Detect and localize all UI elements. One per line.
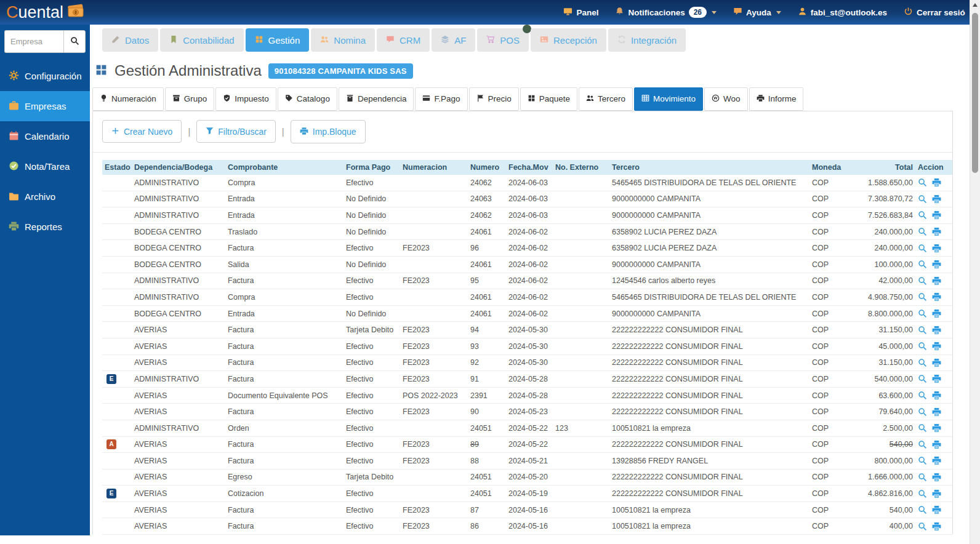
vertical-scrollbar[interactable] bbox=[970, 0, 980, 544]
print-icon[interactable] bbox=[932, 358, 941, 367]
print-icon[interactable] bbox=[932, 423, 941, 433]
print-icon[interactable] bbox=[932, 309, 941, 318]
sidebar-item-configuracion[interactable]: Configuración bbox=[0, 61, 90, 91]
tab-crm[interactable]: CRM bbox=[377, 28, 430, 52]
filter-search-button[interactable]: Filtro/Buscar bbox=[196, 120, 276, 143]
tab-gestion[interactable]: Gestión bbox=[246, 28, 310, 52]
cell-fecha-mov: 2024-05-30 bbox=[506, 322, 553, 338]
view-icon[interactable] bbox=[918, 326, 927, 335]
print-icon[interactable] bbox=[932, 391, 941, 400]
scrollbar-thumb[interactable] bbox=[972, 13, 978, 173]
view-icon[interactable] bbox=[918, 407, 927, 417]
sidebar-item-reportes[interactable]: Reportes bbox=[0, 212, 90, 242]
view-icon[interactable] bbox=[918, 391, 927, 400]
view-icon[interactable] bbox=[918, 292, 927, 302]
print-icon[interactable] bbox=[932, 505, 941, 514]
print-block-button[interactable]: Imp.Bloque bbox=[291, 120, 366, 143]
view-icon[interactable] bbox=[918, 522, 927, 531]
print-icon[interactable] bbox=[932, 473, 941, 482]
subtab-catalogo[interactable]: Catalogo bbox=[278, 87, 337, 111]
sidebar-item-nota-tarea[interactable]: Nota/Tarea bbox=[0, 151, 90, 182]
help-menu[interactable]: Ayuda bbox=[733, 7, 781, 18]
view-icon[interactable] bbox=[918, 276, 927, 286]
sidebar-item-calendario[interactable]: Calendario bbox=[0, 121, 90, 151]
subtab-informe[interactable]: Informe bbox=[749, 87, 804, 111]
print-icon[interactable] bbox=[932, 489, 941, 498]
print-icon[interactable] bbox=[932, 440, 941, 449]
view-icon[interactable] bbox=[918, 374, 927, 383]
print-icon[interactable] bbox=[932, 374, 941, 383]
shield-icon bbox=[223, 94, 231, 104]
cell-accion bbox=[915, 387, 952, 404]
tab-integracion[interactable]: Integración bbox=[608, 28, 686, 52]
tab-recepcion[interactable]: Recepción bbox=[531, 28, 606, 52]
create-new-button[interactable]: Crear Nuevo bbox=[102, 120, 182, 143]
view-icon[interactable] bbox=[918, 440, 927, 449]
view-icon[interactable] bbox=[918, 309, 927, 318]
view-icon[interactable] bbox=[918, 178, 927, 187]
sidebar-item-empresas[interactable]: Empresas bbox=[0, 91, 90, 121]
tab-af[interactable]: AF bbox=[432, 28, 475, 52]
search-input[interactable] bbox=[4, 30, 63, 53]
app-logo[interactable]: Cuental bbox=[6, 4, 85, 22]
print-icon[interactable] bbox=[932, 178, 941, 187]
view-icon[interactable] bbox=[918, 489, 927, 498]
subtab-tercero[interactable]: Tercero bbox=[579, 87, 633, 111]
view-icon[interactable] bbox=[918, 456, 927, 465]
print-icon[interactable] bbox=[932, 210, 941, 220]
subtab-impuesto[interactable]: Impuesto bbox=[215, 87, 276, 111]
cell-forma-pago: Efectivo bbox=[343, 371, 400, 388]
cell-total: 100.000,00 bbox=[854, 256, 915, 273]
cell-numeracion bbox=[400, 223, 468, 240]
tab-nomina[interactable]: Nomina bbox=[311, 28, 375, 52]
view-icon[interactable] bbox=[918, 210, 927, 220]
view-icon[interactable] bbox=[918, 227, 927, 236]
notifications-count-badge: 26 bbox=[689, 7, 707, 18]
subtab-fpago[interactable]: F.Pago bbox=[415, 87, 467, 111]
cell-total: 79.640,00 bbox=[854, 404, 915, 420]
subtab-paquete[interactable]: Paquete bbox=[520, 87, 577, 111]
print-icon[interactable] bbox=[932, 522, 941, 531]
print-icon[interactable] bbox=[932, 227, 941, 236]
view-icon[interactable] bbox=[918, 194, 927, 204]
print-icon[interactable] bbox=[932, 326, 941, 335]
cell-forma-pago: Efectivo bbox=[343, 175, 400, 191]
view-icon[interactable] bbox=[918, 505, 927, 514]
logout-link[interactable]: Cerrar sesión bbox=[904, 7, 965, 18]
cell-numeracion: FE2023 bbox=[400, 273, 468, 289]
print-icon[interactable] bbox=[932, 260, 941, 269]
print-icon[interactable] bbox=[932, 194, 941, 204]
user-menu[interactable]: fabi_st@outlook.es bbox=[798, 7, 887, 18]
subtab-dependencia[interactable]: Dependencia bbox=[339, 87, 414, 111]
subtab-woo[interactable]: Woo bbox=[704, 87, 748, 111]
tab-contabilidad[interactable]: Contabilidad bbox=[160, 28, 243, 52]
grid-large-icon bbox=[528, 94, 536, 104]
subtab-movimiento[interactable]: Movimiento bbox=[634, 87, 703, 111]
print-icon[interactable] bbox=[932, 342, 941, 351]
print-icon[interactable] bbox=[932, 456, 941, 465]
sidebar-item-archivo[interactable]: Archivo bbox=[0, 182, 90, 212]
cell-fecha-mov: 2024-06-02 bbox=[506, 289, 553, 306]
notifications-menu[interactable]: Notificaciones 26 bbox=[615, 7, 717, 18]
scroll-up-arrow[interactable] bbox=[970, 0, 980, 10]
panel-link[interactable]: Panel bbox=[563, 7, 598, 18]
search-button[interactable] bbox=[63, 30, 86, 53]
subtab-grupo[interactable]: Grupo bbox=[165, 87, 215, 111]
col-header-estado: Estado bbox=[102, 160, 132, 175]
view-icon[interactable] bbox=[918, 244, 927, 253]
print-icon[interactable] bbox=[932, 292, 941, 302]
cell-fecha-mov: 2024-06-03 bbox=[506, 207, 553, 224]
print-icon[interactable] bbox=[932, 407, 941, 417]
print-icon[interactable] bbox=[932, 276, 941, 286]
subtab-numeracion[interactable]: Numeración bbox=[92, 87, 164, 111]
tab-datos[interactable]: Datos bbox=[102, 28, 158, 52]
tab-pos[interactable]: POS bbox=[477, 28, 529, 52]
subtab-precio[interactable]: Precio bbox=[469, 87, 519, 111]
view-icon[interactable] bbox=[918, 358, 927, 367]
print-icon[interactable] bbox=[932, 244, 941, 253]
view-icon[interactable] bbox=[918, 260, 927, 269]
view-icon[interactable] bbox=[918, 423, 927, 433]
view-icon[interactable] bbox=[918, 473, 927, 482]
view-icon[interactable] bbox=[918, 342, 927, 351]
cell-moneda: COP bbox=[809, 420, 854, 436]
